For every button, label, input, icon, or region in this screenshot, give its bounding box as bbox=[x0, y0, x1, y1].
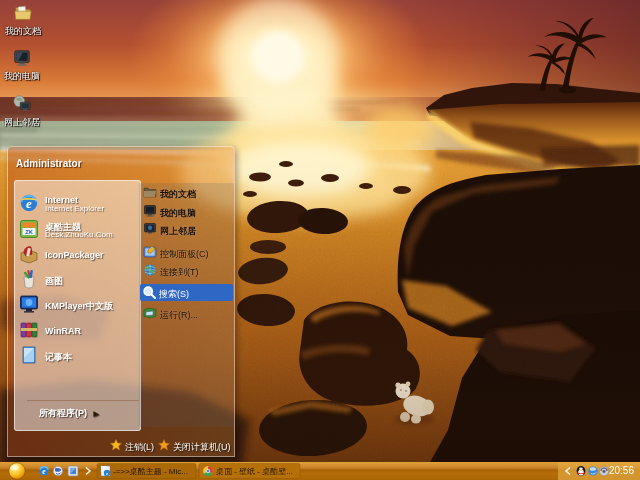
svg-text:ZK: ZK bbox=[25, 229, 32, 235]
svg-text:-=>>桌酷主题 - Mic...: -=>>桌酷主题 - Mic... bbox=[113, 467, 188, 476]
svg-text:桌面 - 壁纸 - 桌酷壁...: 桌面 - 壁纸 - 桌酷壁... bbox=[216, 467, 293, 476]
